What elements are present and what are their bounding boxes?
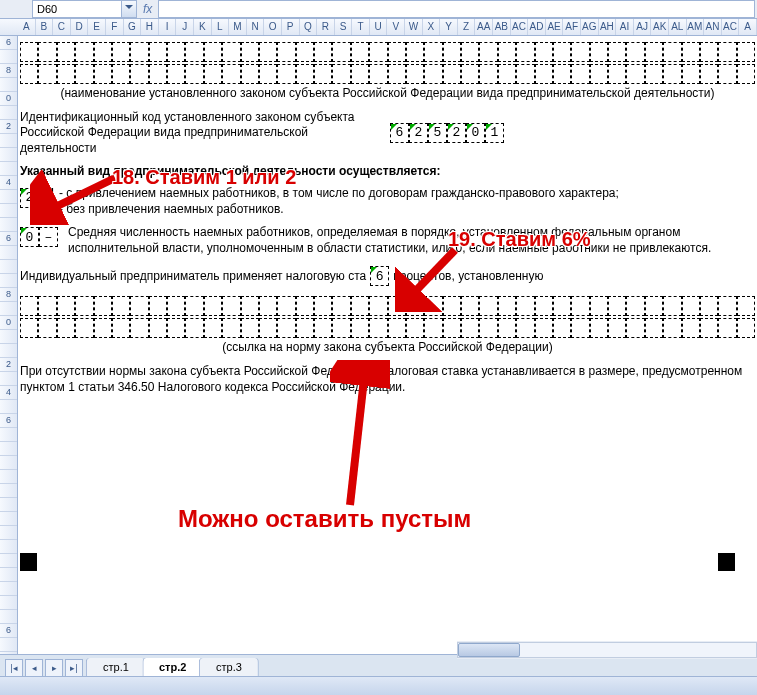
row-header[interactable] [0,610,17,624]
input-cell[interactable] [296,64,314,84]
input-cell[interactable] [443,296,461,316]
row-header[interactable]: 8 [0,288,17,302]
name-entry-row-2[interactable] [20,64,755,84]
input-cell[interactable] [167,318,185,338]
input-cell[interactable] [204,42,222,62]
input-cell[interactable] [149,318,167,338]
row-header[interactable] [0,190,17,204]
input-cell[interactable] [75,296,93,316]
row-header[interactable] [0,582,17,596]
input-cell[interactable] [277,318,295,338]
column-header[interactable]: Q [300,19,318,35]
column-header[interactable]: N [247,19,265,35]
horizontal-scrollbar[interactable] [457,641,757,659]
input-cell[interactable] [38,296,56,316]
input-cell[interactable] [535,42,553,62]
input-cell[interactable] [149,296,167,316]
column-header[interactable]: O [264,19,282,35]
column-header[interactable]: Y [440,19,458,35]
row-header[interactable] [0,442,17,456]
input-cell[interactable] [461,318,479,338]
column-header[interactable]: C [53,19,71,35]
column-header[interactable]: U [370,19,388,35]
input-cell[interactable] [94,318,112,338]
column-header[interactable]: S [335,19,353,35]
column-header[interactable]: AG [581,19,599,35]
input-cell[interactable] [590,318,608,338]
row-header[interactable]: 0 [0,316,17,330]
input-cell[interactable] [700,318,718,338]
row-header[interactable] [0,78,17,92]
input-cell[interactable] [167,42,185,62]
column-header[interactable]: B [36,19,54,35]
input-cell[interactable] [406,42,424,62]
column-header[interactable]: AK [651,19,669,35]
input-cell[interactable] [626,64,644,84]
id-code-cells[interactable]: 625201 [390,123,504,143]
input-cell[interactable] [479,296,497,316]
row-header[interactable] [0,204,17,218]
column-header[interactable]: L [212,19,230,35]
input-cell[interactable] [296,296,314,316]
law-reference-row-2[interactable] [20,318,755,338]
input-cell[interactable] [57,318,75,338]
row-header[interactable] [0,260,17,274]
row-header[interactable]: 6 [0,624,17,638]
input-cell[interactable] [737,42,755,62]
input-cell[interactable] [424,318,442,338]
input-cell[interactable] [608,296,626,316]
input-cell[interactable] [388,42,406,62]
input-cell[interactable] [241,296,259,316]
input-cell[interactable] [443,318,461,338]
input-cell[interactable] [241,318,259,338]
input-cell[interactable] [535,318,553,338]
input-cell[interactable] [241,64,259,84]
input-cell[interactable] [185,64,203,84]
row-header[interactable] [0,456,17,470]
row-header[interactable] [0,512,17,526]
input-cell[interactable] [571,64,589,84]
input-cell[interactable] [626,296,644,316]
input-cell[interactable] [663,296,681,316]
input-cell[interactable] [149,42,167,62]
column-header[interactable]: AE [546,19,564,35]
row-header[interactable] [0,526,17,540]
input-cell[interactable] [277,42,295,62]
input-cell[interactable] [75,42,93,62]
input-cell[interactable] [369,296,387,316]
input-cell[interactable] [645,42,663,62]
row-header[interactable] [0,372,17,386]
input-cell[interactable] [369,42,387,62]
input-cell[interactable] [38,318,56,338]
row-header[interactable] [0,330,17,344]
column-header[interactable]: AC [722,19,740,35]
sheet-tab[interactable]: стр.2 [142,658,203,677]
column-header[interactable]: R [317,19,335,35]
input-cell[interactable] [479,64,497,84]
input-cell[interactable] [20,64,38,84]
input-cell[interactable] [277,64,295,84]
input-cell[interactable] [737,64,755,84]
input-cell[interactable] [314,42,332,62]
input-cell[interactable] [388,64,406,84]
employee-count-cells[interactable]: 0 – [20,227,58,247]
input-cell[interactable] [645,318,663,338]
column-header[interactable]: W [405,19,423,35]
row-header[interactable] [0,470,17,484]
row-header[interactable]: 2 [0,358,17,372]
input-cell[interactable] [277,296,295,316]
row-header[interactable] [0,302,17,316]
input-cell[interactable] [682,64,700,84]
row-header[interactable] [0,596,17,610]
input-cell[interactable] [590,64,608,84]
sheet-tab[interactable]: стр.1 [86,658,146,677]
row-header[interactable] [0,484,17,498]
column-header[interactable]: E [88,19,106,35]
input-cell[interactable] [590,42,608,62]
input-cell[interactable] [718,42,736,62]
input-cell[interactable] [388,318,406,338]
column-header[interactable]: AM [687,19,705,35]
column-header[interactable]: AB [493,19,511,35]
input-cell[interactable] [700,64,718,84]
row-header[interactable]: 8 [0,64,17,78]
